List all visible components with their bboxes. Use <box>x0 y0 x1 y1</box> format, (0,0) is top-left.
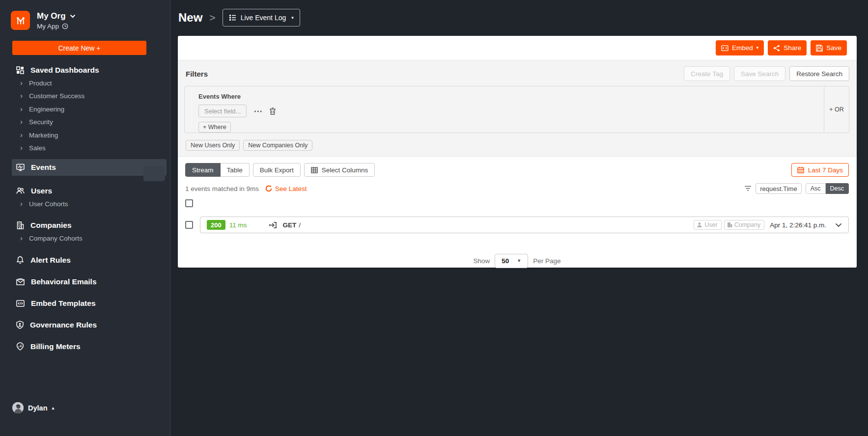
chevron-right-icon: › <box>20 79 23 86</box>
save-search-button[interactable]: Save Search <box>734 66 785 81</box>
sidebar-item-security[interactable]: › Security <box>0 116 170 129</box>
user-chip-label: User <box>704 221 717 228</box>
event-checkbox[interactable] <box>185 221 193 229</box>
sidebar-item-label: Alert Rules <box>30 256 71 265</box>
email-icon <box>16 278 25 285</box>
see-latest-button[interactable]: See Latest <box>265 185 307 192</box>
company-chip[interactable]: Company <box>724 220 765 230</box>
share-button[interactable]: Share <box>768 40 807 55</box>
filter-group: Events Where Select field... ⋯ <box>184 86 849 133</box>
bulk-export-button[interactable]: Bulk Export <box>253 163 301 177</box>
sidebar-item-label: Events <box>31 163 56 172</box>
sidebar-item-label: Embed Templates <box>31 299 96 308</box>
tab-table[interactable]: Table <box>221 163 250 177</box>
per-page-label: Per Page <box>533 257 560 265</box>
page-size-select[interactable]: 50 ▼ <box>495 254 528 268</box>
sidebar-item-behavioral-emails[interactable]: Behavioral Emails <box>0 275 170 288</box>
brand-block: My Org My App <box>0 0 170 30</box>
save-label: Save <box>826 44 841 52</box>
users-icon <box>16 187 25 194</box>
date-range-button[interactable]: Last 7 Days <box>791 163 849 177</box>
company-chip-label: Company <box>734 221 761 228</box>
sort-asc-button[interactable]: Asc <box>806 183 826 194</box>
share-label: Share <box>784 44 801 52</box>
status-badge: 200 <box>207 220 225 230</box>
page-header: New > Live Event Log ▾ <box>171 0 868 27</box>
select-columns-button[interactable]: Select Columns <box>304 163 375 177</box>
caret-up-icon: ▴ <box>52 406 55 410</box>
sidebar-item-label: Companies <box>30 221 72 230</box>
incoming-request-icon <box>269 221 277 229</box>
sidebar-item-label: Customer Success <box>29 92 84 100</box>
user-chip[interactable]: User <box>694 220 721 230</box>
caret-down-icon: ▾ <box>291 16 294 20</box>
sidebar-item-marketing[interactable]: › Marketing <box>0 129 170 142</box>
create-tag-button[interactable]: Create Tag <box>684 66 730 81</box>
filters-heading: Filters <box>184 70 208 78</box>
event-list: 200 11 ms GET / <box>185 217 849 233</box>
delete-filter-button[interactable] <box>269 108 276 115</box>
restore-search-button[interactable]: Restore Search <box>789 66 849 81</box>
sidebar-item-engineering[interactable]: › Engineering <box>0 103 170 116</box>
sidebar-item-users[interactable]: Users <box>0 184 170 197</box>
app-name: My App <box>37 23 59 30</box>
new-users-only-chip[interactable]: New Users Only <box>186 140 240 151</box>
view-selector-label: Live Event Log <box>241 14 286 22</box>
sidebar-item-alert-rules[interactable]: Alert Rules <box>0 253 170 267</box>
chevron-right-icon: › <box>20 118 23 125</box>
sort-direction-segment: Asc Desc <box>806 183 849 194</box>
dashboards-grid-icon <box>16 66 24 74</box>
content-card: Embed ▾ Share Save <box>178 36 857 268</box>
select-field-button[interactable]: Select field... <box>198 105 247 117</box>
more-options-button[interactable]: ⋯ <box>253 106 262 116</box>
sidebar-item-billing-meters[interactable]: Billing Meters <box>0 340 170 353</box>
building-icon <box>16 221 24 229</box>
sort-desc-button[interactable]: Desc <box>826 183 849 194</box>
moesif-logo[interactable] <box>11 11 30 30</box>
sidebar-item-label: Behavioral Emails <box>31 277 97 286</box>
see-latest-label: See Latest <box>275 185 307 192</box>
date-range-label: Last 7 Days <box>808 166 843 174</box>
chevron-right-icon: › <box>20 131 23 138</box>
sidebar-item-saved-dashboards[interactable]: Saved Dashboards <box>0 63 170 77</box>
filters-drawer-handle[interactable] <box>143 166 165 181</box>
app-switcher[interactable]: My App <box>37 23 76 30</box>
add-or-button[interactable]: + OR <box>824 86 849 133</box>
sidebar-item-companies[interactable]: Companies <box>0 219 170 232</box>
expand-chevron-icon[interactable] <box>835 223 842 227</box>
sidebar-item-governance-rules[interactable]: Governance Rules <box>0 318 170 331</box>
sidebar-item-customer-success[interactable]: › Customer Success <box>0 90 170 103</box>
add-where-button[interactable]: + Where <box>198 122 231 133</box>
meter-gauge-icon <box>16 342 24 351</box>
save-floppy-icon <box>816 45 823 52</box>
main-area: New > Live Event Log ▾ <box>171 0 868 436</box>
sidebar-item-embed-templates[interactable]: Embed Templates <box>0 297 170 310</box>
user-menu[interactable]: Dylan ▴ <box>12 402 55 413</box>
view-selector-button[interactable]: Live Event Log ▾ <box>223 9 300 27</box>
new-companies-only-chip[interactable]: New Companies Only <box>243 140 312 151</box>
embed-code-icon <box>16 300 25 307</box>
sidebar-item-product[interactable]: › Product <box>0 77 170 90</box>
sidebar-item-company-cohorts[interactable]: › Company Cohorts <box>0 232 170 245</box>
person-icon <box>697 222 702 228</box>
chevron-right-icon: › <box>20 144 23 151</box>
chevron-right-icon: › <box>20 200 23 207</box>
sidebar-item-sales[interactable]: › Sales <box>0 142 170 155</box>
embed-label: Embed <box>732 44 753 52</box>
org-name: My Org <box>37 11 66 21</box>
sidebar-item-label: Product <box>29 80 52 87</box>
embed-button[interactable]: Embed ▾ <box>716 40 764 55</box>
select-all-checkbox[interactable] <box>185 199 193 207</box>
sort-field-button[interactable]: request.Time <box>756 183 801 194</box>
request-path: / <box>299 221 301 229</box>
org-switcher[interactable]: My Org <box>37 11 76 21</box>
event-row[interactable]: 200 11 ms GET / <box>200 217 849 233</box>
building-small-icon <box>727 222 732 228</box>
results-section: Stream Table Bulk Export Select Columns <box>178 157 857 268</box>
save-button[interactable]: Save <box>811 40 847 55</box>
tab-stream[interactable]: Stream <box>185 163 221 177</box>
sort-controls: request.Time Asc Desc <box>744 183 849 194</box>
sidebar-item-user-cohorts[interactable]: › User Cohorts <box>0 197 170 211</box>
create-new-button[interactable]: Create New + <box>12 41 146 55</box>
match-summary: 1 events matched in 9ms <box>185 185 259 192</box>
